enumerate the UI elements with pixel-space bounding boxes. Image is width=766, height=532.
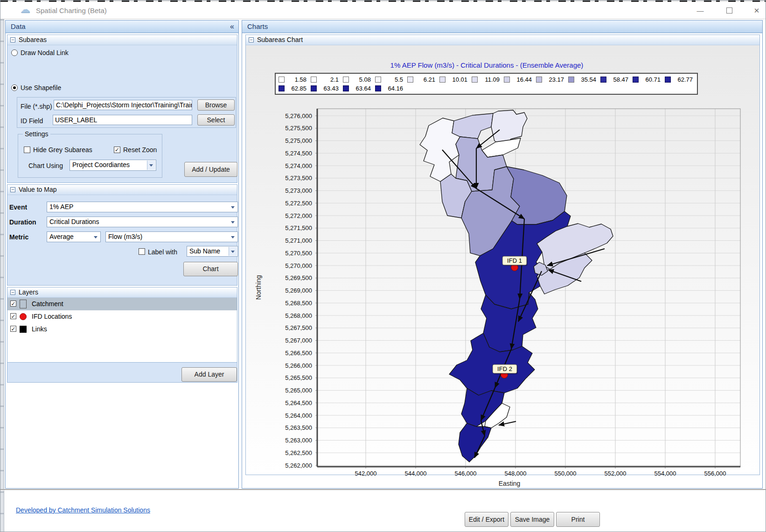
y-tick-label: 5,264,000 — [285, 412, 312, 419]
data-panel-title: Data — [11, 22, 26, 30]
draw-nodal-link-label[interactable]: Draw Nodal Link — [21, 49, 69, 56]
subareas-chart-header[interactable]: − Subareas Chart — [246, 35, 759, 45]
reset-zoom-checkbox[interactable]: ✓ — [114, 147, 120, 153]
collapse-group-icon[interactable]: − — [10, 290, 15, 295]
collapse-group-icon[interactable]: − — [249, 37, 254, 42]
y-tick-label: 5,262,000 — [285, 462, 312, 469]
layer-row[interactable]: ✓Links — [7, 323, 237, 336]
storm-cloud-icon: ☁ — [20, 4, 30, 15]
y-tick-label: 5,273,500 — [285, 175, 312, 182]
label-with-checkbox[interactable] — [139, 248, 145, 255]
x-tick-label: 544,000 — [405, 470, 427, 477]
hide-grey-subareas-checkbox[interactable] — [24, 147, 30, 153]
x-tick-label: 556,000 — [704, 470, 726, 477]
layer-checkbox[interactable]: ✓ — [10, 301, 16, 307]
y-tick-label: 5,272,500 — [285, 200, 312, 207]
value-to-map-header[interactable]: − Value to Map — [7, 185, 237, 195]
y-tick-label: 5,275,500 — [285, 125, 312, 132]
label-with-label[interactable]: Label with — [148, 248, 177, 256]
settings-legend: Settings — [23, 130, 50, 138]
maximize-icon — [726, 7, 732, 14]
y-tick-label: 5,266,500 — [285, 350, 312, 357]
close-button[interactable]: ✕ — [750, 6, 764, 16]
x-tick-label: 554,000 — [655, 470, 676, 477]
chevron-down-icon — [231, 206, 235, 209]
y-tick-label: 5,267,500 — [285, 324, 312, 331]
x-tick-label: 550,000 — [555, 470, 577, 477]
browse-button[interactable]: Browse — [197, 99, 235, 111]
layer-checkbox[interactable]: ✓ — [10, 313, 16, 319]
chart-button[interactable]: Chart — [183, 262, 238, 276]
subareas-group-header[interactable]: − Subareas — [7, 35, 237, 45]
event-select[interactable]: 1% AEP — [47, 202, 238, 212]
print-button[interactable]: Print — [556, 512, 600, 527]
collapse-group-icon[interactable]: − — [10, 37, 15, 42]
ifd-label-text: IFD 2 — [497, 365, 512, 372]
value-to-map-title: Value to Map — [19, 186, 56, 193]
y-tick-label: 5,276,000 — [285, 112, 312, 119]
layer-swatch-icon — [20, 326, 27, 333]
id-field-input[interactable]: USER_LABEL — [53, 115, 192, 125]
save-image-button[interactable]: Save Image — [510, 512, 554, 527]
chevron-down-icon — [229, 247, 237, 256]
select-button[interactable]: Select — [197, 114, 235, 126]
draw-nodal-link-radio[interactable] — [11, 49, 18, 56]
settings-fieldset: Settings Hide Grey Subareas ✓ Reset Zoon… — [18, 134, 162, 178]
x-tick-label: 552,000 — [605, 470, 627, 477]
collapse-panel-icon[interactable]: « — [230, 21, 234, 33]
subareas-chart-title-label: Subareas Chart — [257, 36, 303, 43]
y-tick-label: 5,263,000 — [285, 437, 312, 444]
y-tick-label: 5,268,000 — [285, 312, 312, 319]
layer-checkbox[interactable]: ✓ — [10, 326, 16, 332]
data-panel: Data « − Subareas Draw Nodal Link Use Sh… — [5, 20, 239, 489]
layer-swatch-icon — [20, 300, 27, 308]
edit-export-button[interactable]: Edit / Export — [465, 512, 508, 527]
maximize-button[interactable] — [722, 6, 736, 16]
x-tick-label: 542,000 — [355, 470, 377, 477]
layers-group-header[interactable]: − Layers — [7, 287, 237, 298]
shapefile-path-input[interactable]: C:\Delphi_Projects\Storm Injector\Traini… — [54, 100, 192, 110]
y-tick-label: 5,269,000 — [285, 287, 312, 294]
y-tick-label: 5,273,000 — [285, 187, 312, 194]
developer-link[interactable]: Developed by Catchment Simulation Soluti… — [16, 506, 150, 514]
data-panel-header: Data « — [6, 21, 238, 33]
use-shapefile-label[interactable]: Use Shapefile — [21, 84, 61, 91]
subareas-group: − Subareas Draw Nodal Link Use Shapefile… — [7, 35, 237, 183]
event-label: Event — [9, 203, 27, 211]
y-axis-title: Northing — [255, 275, 262, 300]
hide-grey-subareas-label[interactable]: Hide Grey Subareas — [33, 146, 92, 154]
y-tick-label: 5,265,500 — [285, 374, 312, 381]
y-tick-label: 5,274,000 — [285, 162, 312, 169]
window-title: Spatial Charting (Beta) — [36, 7, 107, 14]
layer-row[interactable]: ✓IFD Locations — [7, 310, 237, 323]
metric-type-select[interactable]: Flow (m3/s) — [105, 231, 238, 242]
dock-grip-strip[interactable] — [0, 19, 4, 532]
chart-using-label: Chart Using — [28, 162, 63, 169]
y-tick-label: 5,270,500 — [285, 250, 312, 257]
collapse-group-icon[interactable]: − — [10, 187, 15, 192]
file-label: File (*.shp) — [21, 103, 52, 110]
subarea-big-mid — [507, 167, 567, 224]
y-tick-label: 5,264,500 — [285, 399, 312, 406]
shapefile-box: File (*.shp) C:\Delphi_Projects\Storm In… — [17, 97, 236, 128]
y-tick-label: 5,263,500 — [285, 424, 312, 431]
reset-zoom-label[interactable]: Reset Zoon — [123, 146, 157, 154]
add-layer-button[interactable]: Add Layer — [181, 367, 237, 382]
metric-select[interactable]: Average — [47, 231, 101, 242]
chart-using-select[interactable]: Project Coordiantes — [70, 160, 156, 171]
layer-label: Links — [32, 325, 47, 333]
minimize-button[interactable]: — — [693, 6, 707, 16]
charts-panel-title: Charts — [247, 22, 268, 30]
layer-row[interactable]: ✓Catchment — [7, 298, 237, 310]
duration-label: Duration — [9, 218, 36, 226]
x-tick-label: 546,000 — [455, 470, 477, 477]
duration-select[interactable]: Critical Durations — [47, 217, 238, 227]
subarea-sliver — [482, 138, 521, 157]
y-tick-label: 5,268,500 — [285, 300, 312, 307]
layers-group-title: Layers — [19, 288, 38, 296]
label-with-select[interactable]: Sub Name — [187, 246, 238, 257]
use-shapefile-radio[interactable] — [11, 84, 18, 91]
add-update-button[interactable]: Add / Update — [184, 162, 237, 177]
y-tick-label: 5,265,000 — [285, 387, 312, 394]
footer-divider — [0, 489, 766, 490]
